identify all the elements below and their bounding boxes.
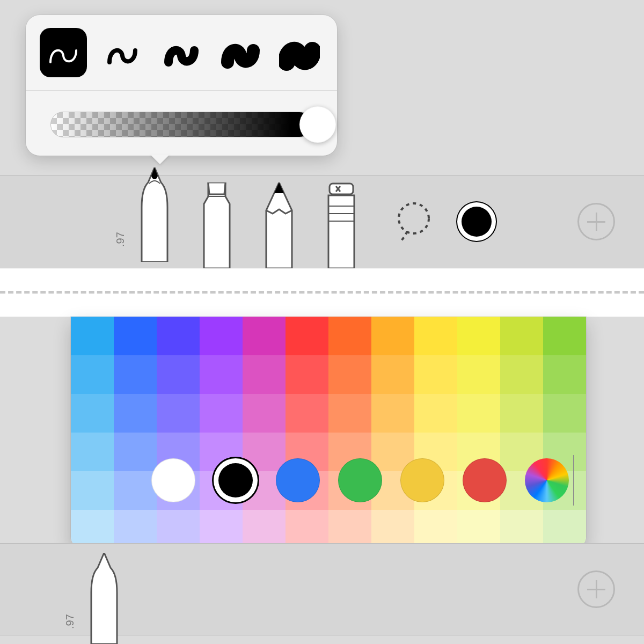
pencil-icon bbox=[254, 182, 304, 268]
marker-icon bbox=[192, 182, 241, 268]
popover-divider bbox=[26, 90, 337, 91]
color-wheel-divider bbox=[573, 455, 574, 506]
svg-rect-1 bbox=[330, 184, 353, 194]
stroke-light[interactable] bbox=[99, 28, 146, 77]
palette-cell-r2-c0[interactable] bbox=[71, 394, 114, 433]
color-wheel-button[interactable] bbox=[525, 458, 569, 502]
color-blue[interactable] bbox=[276, 458, 320, 502]
stroke-medium[interactable] bbox=[158, 28, 205, 77]
palette-cell-r1-c0[interactable] bbox=[71, 355, 114, 394]
color-white[interactable] bbox=[151, 458, 195, 502]
palette-cell-r3-c0[interactable] bbox=[71, 433, 114, 471]
stroke-width-popover bbox=[26, 15, 337, 156]
pencil-tool[interactable] bbox=[254, 174, 304, 268]
palette-cell-r4-c0[interactable] bbox=[71, 471, 114, 510]
color-settings-region: .97 bbox=[0, 317, 644, 644]
dashed-separator bbox=[0, 291, 644, 317]
palette-cell-r4-c1[interactable] bbox=[114, 471, 157, 510]
add-color-button[interactable] bbox=[577, 570, 615, 608]
pen-tool[interactable]: .97 bbox=[130, 167, 179, 262]
pen-size-label: .97 bbox=[114, 232, 127, 247]
svg-point-8 bbox=[399, 203, 429, 233]
color-dots-row bbox=[151, 317, 569, 644]
pen-icon bbox=[79, 553, 129, 644]
stroke-thin[interactable] bbox=[40, 28, 87, 77]
palette-cell-r1-c1[interactable] bbox=[114, 355, 157, 394]
stroke-bold[interactable] bbox=[276, 28, 323, 77]
squiggle-icon bbox=[220, 32, 261, 73]
eraser-icon bbox=[317, 182, 366, 268]
lasso-icon bbox=[391, 199, 436, 244]
pen-tool-bottom[interactable]: .97 bbox=[79, 553, 129, 644]
marker-tool[interactable] bbox=[192, 174, 241, 268]
color-green[interactable] bbox=[338, 458, 382, 502]
palette-cell-r0-c0[interactable] bbox=[71, 317, 114, 355]
color-red[interactable] bbox=[463, 458, 507, 502]
palette-cell-r0-c1[interactable] bbox=[114, 317, 157, 355]
stroke-settings-region: .97 bbox=[0, 0, 644, 284]
squiggle-icon bbox=[43, 32, 84, 73]
palette-cell-r2-c1[interactable] bbox=[114, 394, 157, 433]
opacity-slider-thumb[interactable] bbox=[299, 106, 336, 143]
opacity-slider-track[interactable] bbox=[50, 112, 312, 137]
current-color-indicator[interactable] bbox=[457, 202, 496, 241]
pen-icon bbox=[130, 167, 179, 262]
squiggle-icon bbox=[102, 32, 143, 73]
lasso-tool[interactable] bbox=[390, 197, 438, 246]
color-black[interactable] bbox=[214, 458, 258, 502]
stroke-heavy[interactable] bbox=[217, 28, 264, 77]
tool-tray: .97 bbox=[0, 175, 644, 268]
color-yellow[interactable] bbox=[400, 458, 444, 502]
squiggle-icon bbox=[161, 32, 202, 73]
eraser-tool[interactable] bbox=[317, 174, 366, 268]
squiggle-icon bbox=[279, 32, 320, 73]
palette-cell-r3-c1[interactable] bbox=[114, 433, 157, 471]
